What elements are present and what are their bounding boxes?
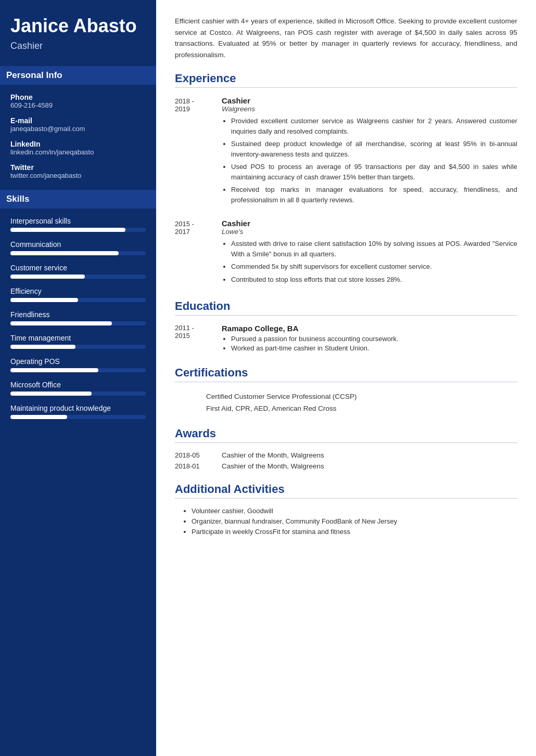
- experience-section: Experience 2018 -2019 Cashier Walgreens …: [175, 72, 517, 287]
- skill-item: Friendliness: [10, 310, 146, 325]
- skill-bar-background: [10, 298, 146, 302]
- contact-value: linkedin.com/in/janeqabasto: [10, 148, 146, 156]
- skill-bar-fill: [10, 251, 119, 255]
- contact-value: janeqabasto@gmail.com: [10, 125, 146, 133]
- sidebar: Janice Abasto Cashier Personal Info Phon…: [0, 0, 156, 756]
- contact-item: Twitter twitter.com/janeqabasto: [10, 163, 146, 179]
- exp-content: Cashier Lowe's Assisted with drive to ra…: [222, 219, 517, 287]
- exp-bullet: Contributed to stop loss efforts that cu…: [231, 275, 517, 285]
- exp-company: Walgreens: [222, 105, 517, 113]
- contact-label: Twitter: [10, 163, 146, 172]
- contact-item: Phone 609-216-4589: [10, 93, 146, 109]
- skill-bar-background: [10, 345, 146, 349]
- exp-bullet: Commended 5x by shift supervisors for ex…: [231, 262, 517, 272]
- exp-content: Cashier Walgreens Provided excellent cus…: [222, 96, 517, 207]
- contact-item: E-mail janeqabasto@gmail.com: [10, 116, 146, 133]
- skill-bar-background: [10, 228, 146, 232]
- activity-item: Organizer, biannual fundraiser, Communit…: [192, 517, 517, 525]
- skill-bar-fill: [10, 321, 112, 325]
- award-date: 2018-01: [175, 462, 222, 470]
- skill-bar-fill: [10, 228, 125, 232]
- award-name: Cashier of the Month, Walgreens: [222, 451, 324, 459]
- personal-info-header: Personal Info: [0, 66, 156, 85]
- exp-bullets: Assisted with drive to raise client sati…: [222, 239, 517, 284]
- skill-bar-background: [10, 275, 146, 279]
- awards-section: Awards 2018-05 Cashier of the Month, Wal…: [175, 427, 517, 470]
- certifications-heading: Certifications: [175, 366, 517, 382]
- skill-item: Operating POS: [10, 357, 146, 372]
- certification-item: Certified Customer Service Professional …: [175, 390, 517, 402]
- contact-value: twitter.com/janeqabasto: [10, 172, 146, 179]
- activities-heading: Additional Activities: [175, 483, 517, 499]
- exp-dates: 2018 -2019: [175, 96, 222, 207]
- exp-title: Cashier: [222, 96, 517, 105]
- exp-bullet: Provided excellent customer service as W…: [231, 116, 517, 136]
- skill-bar-background: [10, 392, 146, 396]
- award-entry: 2018-01 Cashier of the Month, Walgreens: [175, 462, 517, 470]
- skill-bar-fill: [10, 345, 75, 349]
- skill-bar-background: [10, 368, 146, 372]
- skills-section: Interpersonal skills Communication Custo…: [10, 217, 146, 419]
- contact-label: Phone: [10, 93, 146, 101]
- contact-label: LinkedIn: [10, 140, 146, 148]
- contact-item: LinkedIn linkedin.com/in/janeqabasto: [10, 140, 146, 156]
- skill-name: Operating POS: [10, 357, 146, 366]
- activities-list: Volunteer cashier, GoodwillOrganizer, bi…: [175, 507, 517, 536]
- experience-entries: 2018 -2019 Cashier Walgreens Provided ex…: [175, 96, 517, 287]
- activity-item: Participate in weekly CrossFit for stami…: [192, 528, 517, 536]
- skill-name: Friendliness: [10, 310, 146, 319]
- exp-bullets: Provided excellent customer service as W…: [222, 116, 517, 205]
- activities-section: Additional Activities Volunteer cashier,…: [175, 483, 517, 536]
- skill-name: Maintaining product knowledge: [10, 404, 146, 412]
- skill-name: Interpersonal skills: [10, 217, 146, 225]
- activity-item: Volunteer cashier, Goodwill: [192, 507, 517, 515]
- skill-name: Time management: [10, 334, 146, 342]
- skill-bar-background: [10, 251, 146, 255]
- skill-item: Maintaining product knowledge: [10, 404, 146, 419]
- certifications-entries: Certified Customer Service Professional …: [175, 390, 517, 414]
- skill-bar-fill: [10, 275, 85, 279]
- skill-name: Efficiency: [10, 287, 146, 295]
- education-heading: Education: [175, 299, 517, 316]
- skill-item: Time management: [10, 334, 146, 349]
- skill-item: Customer service: [10, 264, 146, 279]
- exp-company: Lowe's: [222, 228, 517, 236]
- certification-item: First Aid, CPR, AED, American Red Cross: [175, 402, 517, 414]
- experience-heading: Experience: [175, 72, 517, 88]
- skill-bar-background: [10, 415, 146, 419]
- edu-bullets: Pursued a passion for business accountin…: [222, 335, 517, 352]
- contact-label: E-mail: [10, 116, 146, 125]
- contacts-section: Phone 609-216-4589E-mail janeqabasto@gma…: [10, 93, 146, 179]
- edu-content: Ramapo College, BA Pursued a passion for…: [222, 324, 517, 354]
- skill-bar-fill: [10, 392, 92, 396]
- contact-value: 609-216-4589: [10, 101, 146, 109]
- award-date: 2018-05: [175, 451, 222, 459]
- skill-bar-fill: [10, 298, 78, 302]
- edu-school: Ramapo College, BA: [222, 324, 517, 333]
- exp-bullet: Assisted with drive to raise client sati…: [231, 239, 517, 259]
- awards-entries: 2018-05 Cashier of the Month, Walgreens …: [175, 451, 517, 470]
- edu-dates: 2011 -2015: [175, 324, 222, 354]
- skill-item: Interpersonal skills: [10, 217, 146, 232]
- exp-title: Cashier: [222, 219, 517, 228]
- skill-item: Efficiency: [10, 287, 146, 302]
- skill-name: Customer service: [10, 264, 146, 272]
- summary: Efficient cashier with 4+ years of exper…: [175, 16, 517, 60]
- certifications-section: Certifications Certified Customer Servic…: [175, 366, 517, 414]
- skill-item: Microsoft Office: [10, 381, 146, 396]
- experience-entry: 2015 -2017 Cashier Lowe's Assisted with …: [175, 219, 517, 287]
- skill-bar-fill: [10, 368, 98, 372]
- exp-bullet: Received top marks in manager evaluation…: [231, 185, 517, 205]
- education-entry: 2011 -2015 Ramapo College, BA Pursued a …: [175, 324, 517, 354]
- skills-header: Skills: [0, 190, 156, 208]
- skill-name: Microsoft Office: [10, 381, 146, 389]
- award-name: Cashier of the Month, Walgreens: [222, 462, 324, 470]
- education-entries: 2011 -2015 Ramapo College, BA Pursued a …: [175, 324, 517, 354]
- experience-entry: 2018 -2019 Cashier Walgreens Provided ex…: [175, 96, 517, 207]
- skill-name: Communication: [10, 240, 146, 249]
- candidate-name: Janice Abasto: [10, 16, 146, 36]
- main-content: Efficient cashier with 4+ years of exper…: [156, 0, 536, 756]
- job-title: Cashier: [10, 41, 146, 51]
- skill-bar-fill: [10, 415, 67, 419]
- exp-bullet: Used POS to process an average of 95 tra…: [231, 162, 517, 182]
